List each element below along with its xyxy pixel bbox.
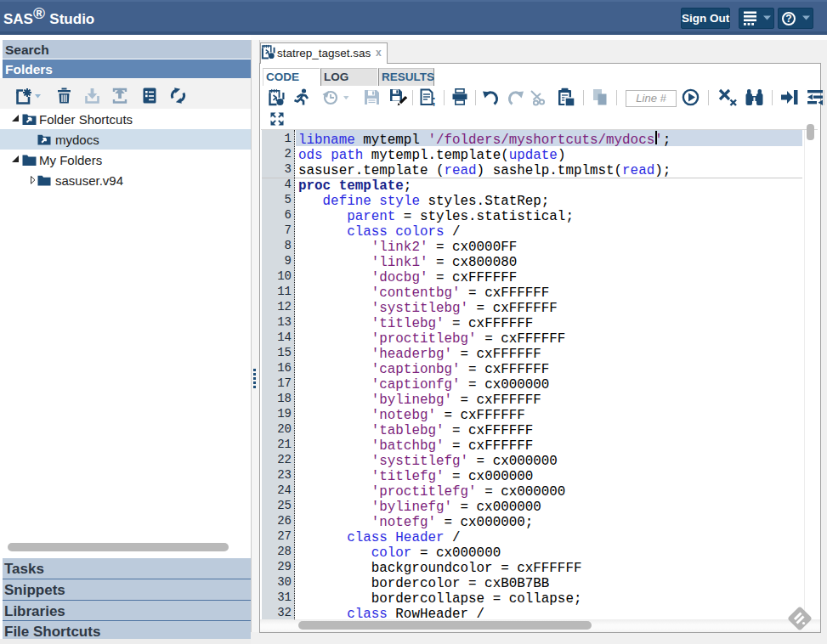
svg-text:;: ;	[432, 93, 436, 106]
svg-text:?: ?	[785, 13, 791, 25]
